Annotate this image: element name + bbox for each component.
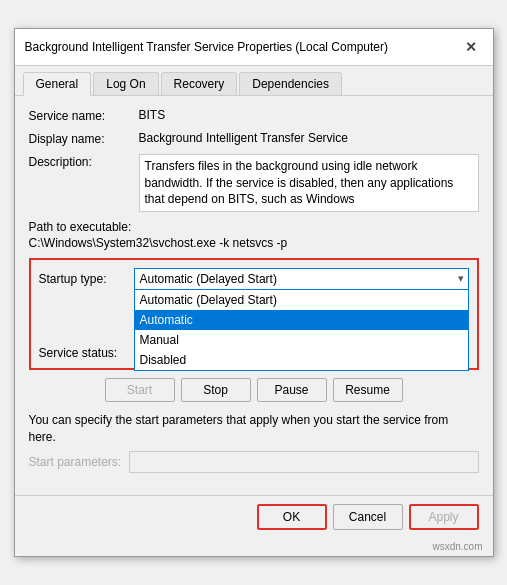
stop-button[interactable]: Stop bbox=[181, 378, 251, 402]
window-title: Background Intelligent Transfer Service … bbox=[25, 40, 389, 54]
dropdown-options: Automatic (Delayed Start) Automatic Manu… bbox=[134, 290, 469, 371]
start-button[interactable]: Start bbox=[105, 378, 175, 402]
description-text: Transfers files in the background using … bbox=[145, 159, 454, 207]
start-params-section: You can specify the start parameters tha… bbox=[29, 412, 479, 474]
title-bar: Background Intelligent Transfer Service … bbox=[15, 29, 493, 66]
start-params-input[interactable] bbox=[129, 451, 478, 473]
dropdown-option-disabled[interactable]: Disabled bbox=[135, 350, 468, 370]
display-name-row: Display name: Background Intelligent Tra… bbox=[29, 131, 479, 146]
path-value: C:\Windows\System32\svchost.exe -k netsv… bbox=[29, 236, 479, 250]
service-control-buttons: Start Stop Pause Resume bbox=[29, 378, 479, 402]
display-name-value: Background Intelligent Transfer Service bbox=[139, 131, 479, 145]
ok-button[interactable]: OK bbox=[257, 504, 327, 530]
startup-highlight-box: Startup type: Automatic (Delayed Start) … bbox=[29, 258, 479, 370]
close-button[interactable]: ✕ bbox=[459, 37, 483, 57]
path-label: Path to executable: bbox=[29, 220, 479, 234]
startup-type-label: Startup type: bbox=[39, 272, 134, 286]
description-label: Description: bbox=[29, 154, 139, 169]
dropdown-option-manual[interactable]: Manual bbox=[135, 330, 468, 350]
service-name-label: Service name: bbox=[29, 108, 139, 123]
main-window: Background Intelligent Transfer Service … bbox=[14, 28, 494, 558]
main-content: Service name: BITS Display name: Backgro… bbox=[15, 96, 493, 496]
tab-bar: General Log On Recovery Dependencies bbox=[15, 66, 493, 96]
service-name-value: BITS bbox=[139, 108, 479, 122]
description-row: Description: Transfers files in the back… bbox=[29, 154, 479, 212]
tab-general[interactable]: General bbox=[23, 72, 92, 96]
start-params-description: You can specify the start parameters tha… bbox=[29, 412, 479, 446]
dropdown-option-automatic[interactable]: Automatic bbox=[135, 310, 468, 330]
apply-button[interactable]: Apply bbox=[409, 504, 479, 530]
cancel-button[interactable]: Cancel bbox=[333, 504, 403, 530]
tab-recovery[interactable]: Recovery bbox=[161, 72, 238, 95]
startup-type-row: Startup type: Automatic (Delayed Start) … bbox=[39, 268, 469, 290]
tab-dependencies[interactable]: Dependencies bbox=[239, 72, 342, 95]
display-name-label: Display name: bbox=[29, 131, 139, 146]
service-name-row: Service name: BITS bbox=[29, 108, 479, 123]
service-status-label: Service status: bbox=[39, 346, 134, 360]
dropdown-option-delayed[interactable]: Automatic (Delayed Start) bbox=[135, 290, 468, 310]
start-params-label: Start parameters: bbox=[29, 455, 122, 469]
bottom-buttons: OK Cancel Apply bbox=[15, 495, 493, 538]
pause-button[interactable]: Pause bbox=[257, 378, 327, 402]
resume-button[interactable]: Resume bbox=[333, 378, 403, 402]
dropdown-selected-value[interactable]: Automatic (Delayed Start) bbox=[134, 268, 469, 290]
startup-type-dropdown[interactable]: Automatic (Delayed Start) Automatic (Del… bbox=[134, 268, 469, 290]
description-box[interactable]: Transfers files in the background using … bbox=[139, 154, 479, 212]
start-params-row: Start parameters: bbox=[29, 451, 479, 473]
path-row: Path to executable: C:\Windows\System32\… bbox=[29, 220, 479, 250]
watermark-container: wsxdn.com bbox=[15, 538, 493, 556]
tab-logon[interactable]: Log On bbox=[93, 72, 158, 95]
watermark: wsxdn.com bbox=[432, 541, 482, 552]
